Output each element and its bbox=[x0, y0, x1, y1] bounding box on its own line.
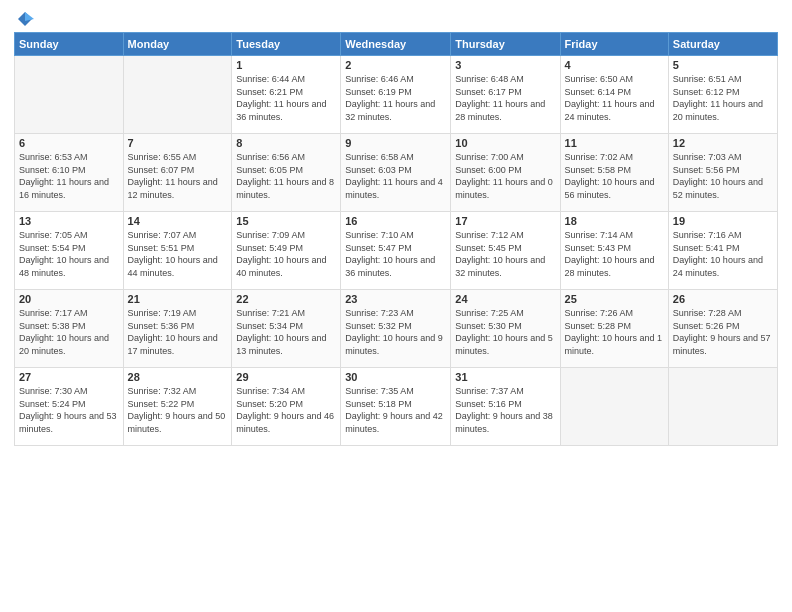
day-detail: Sunrise: 6:58 AMSunset: 6:03 PMDaylight:… bbox=[345, 152, 443, 200]
calendar-cell: 22Sunrise: 7:21 AMSunset: 5:34 PMDayligh… bbox=[232, 290, 341, 368]
day-number: 4 bbox=[565, 59, 664, 71]
day-detail: Sunrise: 7:32 AMSunset: 5:22 PMDaylight:… bbox=[128, 386, 226, 434]
calendar-cell bbox=[668, 368, 777, 446]
calendar-cell: 24Sunrise: 7:25 AMSunset: 5:30 PMDayligh… bbox=[451, 290, 560, 368]
day-number: 13 bbox=[19, 215, 119, 227]
day-number: 6 bbox=[19, 137, 119, 149]
day-detail: Sunrise: 7:07 AMSunset: 5:51 PMDaylight:… bbox=[128, 230, 218, 278]
day-number: 1 bbox=[236, 59, 336, 71]
calendar-cell bbox=[560, 368, 668, 446]
logo-icon bbox=[16, 10, 34, 28]
day-detail: Sunrise: 7:34 AMSunset: 5:20 PMDaylight:… bbox=[236, 386, 334, 434]
day-number: 24 bbox=[455, 293, 555, 305]
calendar-cell: 5Sunrise: 6:51 AMSunset: 6:12 PMDaylight… bbox=[668, 56, 777, 134]
day-number: 31 bbox=[455, 371, 555, 383]
calendar-week-5: 27Sunrise: 7:30 AMSunset: 5:24 PMDayligh… bbox=[15, 368, 778, 446]
day-number: 15 bbox=[236, 215, 336, 227]
calendar-cell: 1Sunrise: 6:44 AMSunset: 6:21 PMDaylight… bbox=[232, 56, 341, 134]
calendar-cell: 31Sunrise: 7:37 AMSunset: 5:16 PMDayligh… bbox=[451, 368, 560, 446]
logo-text bbox=[14, 10, 34, 28]
day-detail: Sunrise: 6:51 AMSunset: 6:12 PMDaylight:… bbox=[673, 74, 763, 122]
calendar-header-row: SundayMondayTuesdayWednesdayThursdayFrid… bbox=[15, 33, 778, 56]
calendar-cell: 6Sunrise: 6:53 AMSunset: 6:10 PMDaylight… bbox=[15, 134, 124, 212]
svg-marker-1 bbox=[25, 12, 34, 21]
day-detail: Sunrise: 7:19 AMSunset: 5:36 PMDaylight:… bbox=[128, 308, 218, 356]
calendar-week-4: 20Sunrise: 7:17 AMSunset: 5:38 PMDayligh… bbox=[15, 290, 778, 368]
day-number: 11 bbox=[565, 137, 664, 149]
calendar-cell: 28Sunrise: 7:32 AMSunset: 5:22 PMDayligh… bbox=[123, 368, 232, 446]
calendar-cell: 2Sunrise: 6:46 AMSunset: 6:19 PMDaylight… bbox=[341, 56, 451, 134]
day-number: 23 bbox=[345, 293, 446, 305]
calendar-cell: 4Sunrise: 6:50 AMSunset: 6:14 PMDaylight… bbox=[560, 56, 668, 134]
day-detail: Sunrise: 7:35 AMSunset: 5:18 PMDaylight:… bbox=[345, 386, 443, 434]
day-detail: Sunrise: 7:10 AMSunset: 5:47 PMDaylight:… bbox=[345, 230, 435, 278]
day-number: 28 bbox=[128, 371, 228, 383]
calendar-cell: 11Sunrise: 7:02 AMSunset: 5:58 PMDayligh… bbox=[560, 134, 668, 212]
day-detail: Sunrise: 6:48 AMSunset: 6:17 PMDaylight:… bbox=[455, 74, 545, 122]
calendar-cell: 21Sunrise: 7:19 AMSunset: 5:36 PMDayligh… bbox=[123, 290, 232, 368]
calendar-header-tuesday: Tuesday bbox=[232, 33, 341, 56]
day-detail: Sunrise: 7:16 AMSunset: 5:41 PMDaylight:… bbox=[673, 230, 763, 278]
day-number: 19 bbox=[673, 215, 773, 227]
day-detail: Sunrise: 7:05 AMSunset: 5:54 PMDaylight:… bbox=[19, 230, 109, 278]
day-detail: Sunrise: 7:23 AMSunset: 5:32 PMDaylight:… bbox=[345, 308, 443, 356]
day-detail: Sunrise: 7:25 AMSunset: 5:30 PMDaylight:… bbox=[455, 308, 553, 356]
calendar-week-3: 13Sunrise: 7:05 AMSunset: 5:54 PMDayligh… bbox=[15, 212, 778, 290]
calendar-header-saturday: Saturday bbox=[668, 33, 777, 56]
day-detail: Sunrise: 7:00 AMSunset: 6:00 PMDaylight:… bbox=[455, 152, 553, 200]
calendar-header-thursday: Thursday bbox=[451, 33, 560, 56]
day-number: 22 bbox=[236, 293, 336, 305]
day-detail: Sunrise: 7:02 AMSunset: 5:58 PMDaylight:… bbox=[565, 152, 655, 200]
day-number: 18 bbox=[565, 215, 664, 227]
calendar-cell: 15Sunrise: 7:09 AMSunset: 5:49 PMDayligh… bbox=[232, 212, 341, 290]
day-detail: Sunrise: 6:55 AMSunset: 6:07 PMDaylight:… bbox=[128, 152, 218, 200]
calendar-header-sunday: Sunday bbox=[15, 33, 124, 56]
day-detail: Sunrise: 7:28 AMSunset: 5:26 PMDaylight:… bbox=[673, 308, 771, 356]
day-detail: Sunrise: 7:30 AMSunset: 5:24 PMDaylight:… bbox=[19, 386, 117, 434]
calendar-cell: 14Sunrise: 7:07 AMSunset: 5:51 PMDayligh… bbox=[123, 212, 232, 290]
day-number: 29 bbox=[236, 371, 336, 383]
calendar-cell: 29Sunrise: 7:34 AMSunset: 5:20 PMDayligh… bbox=[232, 368, 341, 446]
calendar-cell: 17Sunrise: 7:12 AMSunset: 5:45 PMDayligh… bbox=[451, 212, 560, 290]
calendar-cell: 8Sunrise: 6:56 AMSunset: 6:05 PMDaylight… bbox=[232, 134, 341, 212]
day-number: 30 bbox=[345, 371, 446, 383]
calendar-cell: 18Sunrise: 7:14 AMSunset: 5:43 PMDayligh… bbox=[560, 212, 668, 290]
day-number: 10 bbox=[455, 137, 555, 149]
day-number: 8 bbox=[236, 137, 336, 149]
day-detail: Sunrise: 7:03 AMSunset: 5:56 PMDaylight:… bbox=[673, 152, 763, 200]
day-number: 16 bbox=[345, 215, 446, 227]
day-detail: Sunrise: 7:37 AMSunset: 5:16 PMDaylight:… bbox=[455, 386, 553, 434]
calendar-cell: 30Sunrise: 7:35 AMSunset: 5:18 PMDayligh… bbox=[341, 368, 451, 446]
day-number: 5 bbox=[673, 59, 773, 71]
day-number: 12 bbox=[673, 137, 773, 149]
calendar-cell: 20Sunrise: 7:17 AMSunset: 5:38 PMDayligh… bbox=[15, 290, 124, 368]
calendar-cell: 3Sunrise: 6:48 AMSunset: 6:17 PMDaylight… bbox=[451, 56, 560, 134]
calendar-header-wednesday: Wednesday bbox=[341, 33, 451, 56]
day-number: 25 bbox=[565, 293, 664, 305]
calendar-header-friday: Friday bbox=[560, 33, 668, 56]
calendar-week-1: 1Sunrise: 6:44 AMSunset: 6:21 PMDaylight… bbox=[15, 56, 778, 134]
day-number: 3 bbox=[455, 59, 555, 71]
calendar-cell bbox=[15, 56, 124, 134]
day-detail: Sunrise: 6:53 AMSunset: 6:10 PMDaylight:… bbox=[19, 152, 109, 200]
calendar-cell: 13Sunrise: 7:05 AMSunset: 5:54 PMDayligh… bbox=[15, 212, 124, 290]
day-detail: Sunrise: 7:14 AMSunset: 5:43 PMDaylight:… bbox=[565, 230, 655, 278]
day-detail: Sunrise: 7:21 AMSunset: 5:34 PMDaylight:… bbox=[236, 308, 326, 356]
day-number: 14 bbox=[128, 215, 228, 227]
calendar-week-2: 6Sunrise: 6:53 AMSunset: 6:10 PMDaylight… bbox=[15, 134, 778, 212]
day-detail: Sunrise: 7:09 AMSunset: 5:49 PMDaylight:… bbox=[236, 230, 326, 278]
day-detail: Sunrise: 7:26 AMSunset: 5:28 PMDaylight:… bbox=[565, 308, 663, 356]
day-detail: Sunrise: 6:56 AMSunset: 6:05 PMDaylight:… bbox=[236, 152, 334, 200]
calendar-cell: 19Sunrise: 7:16 AMSunset: 5:41 PMDayligh… bbox=[668, 212, 777, 290]
day-number: 2 bbox=[345, 59, 446, 71]
calendar-cell: 27Sunrise: 7:30 AMSunset: 5:24 PMDayligh… bbox=[15, 368, 124, 446]
day-detail: Sunrise: 7:17 AMSunset: 5:38 PMDaylight:… bbox=[19, 308, 109, 356]
day-number: 9 bbox=[345, 137, 446, 149]
page: SundayMondayTuesdayWednesdayThursdayFrid… bbox=[0, 0, 792, 612]
day-detail: Sunrise: 6:44 AMSunset: 6:21 PMDaylight:… bbox=[236, 74, 326, 122]
calendar-cell: 10Sunrise: 7:00 AMSunset: 6:00 PMDayligh… bbox=[451, 134, 560, 212]
day-number: 21 bbox=[128, 293, 228, 305]
calendar-cell: 25Sunrise: 7:26 AMSunset: 5:28 PMDayligh… bbox=[560, 290, 668, 368]
calendar-cell: 16Sunrise: 7:10 AMSunset: 5:47 PMDayligh… bbox=[341, 212, 451, 290]
day-number: 17 bbox=[455, 215, 555, 227]
